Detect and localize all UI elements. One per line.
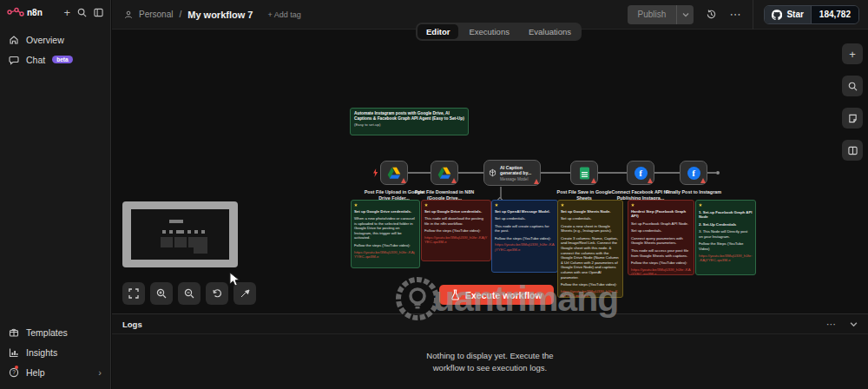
- more-options-button[interactable]: ⋯: [729, 8, 740, 21]
- node-google-drive-download[interactable]: [431, 161, 458, 185]
- zoom-in-button[interactable]: [150, 282, 173, 305]
- collapse-sidebar-button[interactable]: [94, 8, 103, 17]
- breadcrumb-workspace[interactable]: Personal: [139, 10, 173, 19]
- sidebar-item-label: Insights: [26, 347, 57, 358]
- sticky-note-openai[interactable]: Set up OpenAI Message Model. Set up cred…: [491, 200, 558, 273]
- sidebar-item-chat[interactable]: Chat beta: [0, 49, 110, 69]
- search-button[interactable]: [77, 8, 87, 17]
- publish-button[interactable]: Publish: [628, 5, 677, 24]
- note-heading: Hardest Step (Facebook Graph API): [631, 209, 691, 219]
- n8n-logo[interactable]: n8n: [7, 7, 43, 17]
- node-facebook-api[interactable]: f: [627, 161, 654, 185]
- note-link[interactable]: https://youtu.be/3MujU3Xf_h0fe:-KAjYYEC-…: [631, 267, 691, 275]
- chevron-right-icon: ›: [98, 367, 102, 378]
- node-google-sheets[interactable]: [570, 161, 598, 185]
- sidebar-header: n8n +: [0, 2, 110, 23]
- note-heading: Set up Google Drive credentials.: [424, 209, 488, 214]
- sidebar-item-help[interactable]: ? Help ›: [0, 362, 110, 382]
- execute-workflow-button[interactable]: Execute workflow: [439, 285, 554, 305]
- notification-dot: [15, 366, 18, 369]
- publish-split-button[interactable]: Publish: [628, 5, 694, 24]
- node-google-drive-trigger[interactable]: [380, 161, 408, 185]
- undo-button[interactable]: [206, 282, 228, 305]
- warning-icon: [401, 178, 406, 183]
- note-link[interactable]: https://youtu.be/3MujU3Xf_h0fe:-KAjYYEC-…: [699, 254, 753, 263]
- note-text: Set up Facebook Graph API Node.: [631, 221, 691, 227]
- facebook-icon: f: [635, 167, 648, 180]
- sticky-note-icon: [848, 114, 858, 123]
- node-label: Finally Post to Instagram: [659, 189, 728, 196]
- sticky-note-sheets[interactable]: Set up Google Sheets Node. Set up creden…: [557, 200, 623, 298]
- note-text: Create a new sheet in Google Sheets (e.g…: [561, 224, 620, 234]
- note-link[interactable]: https://youtu.be/3MujU3Xf_h0fe:-KAjYYEC-…: [561, 289, 620, 298]
- tab-editor[interactable]: Editor: [418, 24, 458, 39]
- note-text: 2. Set-Up Credentials: [699, 222, 753, 227]
- add-sticky-note-button[interactable]: [842, 108, 863, 129]
- star-icon: [424, 203, 428, 207]
- star-icon: [495, 203, 498, 207]
- main-area: Personal / My workflow 7 + Add tag Publi…: [112, 0, 868, 389]
- new-workflow-button[interactable]: +: [63, 7, 70, 18]
- star-icon: [561, 203, 564, 207]
- sidebar-item-label: Help: [26, 367, 45, 378]
- panel-icon: [94, 8, 103, 17]
- sticky-note-facebook-api[interactable]: Hardest Step (Facebook Graph API) Set up…: [628, 200, 694, 275]
- note-heading: Set up OpenAI Message Model.: [495, 209, 555, 214]
- workflow-history-button[interactable]: [706, 9, 717, 20]
- sticky-note-gdrive-trigger[interactable]: Set up Google Drive credentials. When a …: [351, 200, 420, 268]
- sidebar-item-label: Overview: [26, 35, 64, 45]
- zoom-out-button[interactable]: [178, 282, 201, 305]
- warning-icon: [534, 179, 539, 184]
- sidebar-item-insights[interactable]: Insights: [0, 342, 110, 362]
- logs-header[interactable]: Logs ⋯: [112, 314, 868, 334]
- view-tabs: Editor Executions Evaluations: [416, 23, 582, 41]
- logs-panel: Logs ⋯ Nothing to display yet. Execute t…: [112, 313, 868, 389]
- canvas-minimap[interactable]: [122, 201, 238, 267]
- workflow-canvas[interactable]: Automate Instagram posts with Google Dri…: [112, 30, 868, 313]
- logs-more-button[interactable]: ⋯: [826, 319, 836, 330]
- logs-collapse-button[interactable]: [850, 321, 858, 327]
- sidebar-item-overview[interactable]: Overview: [0, 30, 110, 49]
- sticky-note-instagram[interactable]: 1. Set-up Facebook Graph API Node 2. Set…: [695, 200, 756, 275]
- search-icon: [77, 8, 87, 17]
- facebook-icon: f: [687, 167, 700, 180]
- app-window: n8n + Overview Chat beta: [0, 0, 868, 389]
- zoom-out-icon: [184, 288, 194, 299]
- zoom-in-icon: [156, 288, 167, 299]
- connection-endpoint[interactable]: [716, 171, 720, 175]
- note-text: Follow the steps (YouTube video):: [631, 260, 691, 266]
- tidy-up-wand-icon: [240, 288, 250, 299]
- publish-dropdown-button[interactable]: [676, 5, 694, 24]
- sticky-note-gdrive-download[interactable]: Set up Google Drive credentials. This no…: [421, 200, 491, 261]
- tab-evaluations[interactable]: Evaluations: [520, 24, 580, 39]
- sticky-note-intro[interactable]: Automate Instagram posts with Google Dri…: [350, 108, 469, 135]
- toggle-panel-button[interactable]: [842, 140, 863, 161]
- node-ai-caption[interactable]: AI Caption generated by... Message Model: [483, 160, 541, 186]
- google-drive-icon: [437, 167, 451, 180]
- add-tag-button[interactable]: + Add tag: [267, 10, 300, 19]
- logs-title: Logs: [122, 320, 142, 329]
- sidebar-item-templates[interactable]: Templates: [0, 322, 110, 342]
- node-post-instagram[interactable]: f: [680, 161, 707, 185]
- workflow-title[interactable]: My workflow 7: [187, 10, 253, 20]
- chevron-down-icon: [682, 12, 689, 17]
- fit-view-button[interactable]: [122, 282, 145, 305]
- columns-icon: [848, 146, 858, 155]
- sidebar-item-label: Chat: [26, 55, 45, 65]
- note-link[interactable]: https://youtu.be/3MujU3Xf_h0fe:-KAjYYEC-…: [424, 235, 488, 245]
- note-link[interactable]: https://youtu.be/3MujU3Xf_h0fe:-KAjYYEC-…: [354, 250, 417, 260]
- sidebar-nav: Overview Chat beta: [0, 30, 110, 69]
- canvas-right-toolbar: +: [842, 43, 863, 161]
- history-icon: [706, 9, 717, 20]
- note-text: Set up credentials.: [631, 228, 691, 234]
- tidy-up-button[interactable]: [233, 282, 256, 305]
- tab-executions[interactable]: Executions: [460, 24, 517, 39]
- sidebar-bottom-nav: Templates Insights ? Help ›: [0, 322, 110, 382]
- breadcrumb: Personal / My workflow 7 + Add tag: [124, 10, 301, 20]
- canvas-search-button[interactable]: [842, 76, 863, 96]
- add-node-button[interactable]: +: [842, 43, 863, 64]
- n8n-logo-icon: [7, 7, 24, 17]
- github-star-widget[interactable]: Star 184,782: [764, 5, 859, 24]
- connection-line: [707, 172, 716, 174]
- note-link[interactable]: https://youtu.be/3MujU3Xf_h0fe:-KAjYYEC-…: [495, 242, 555, 252]
